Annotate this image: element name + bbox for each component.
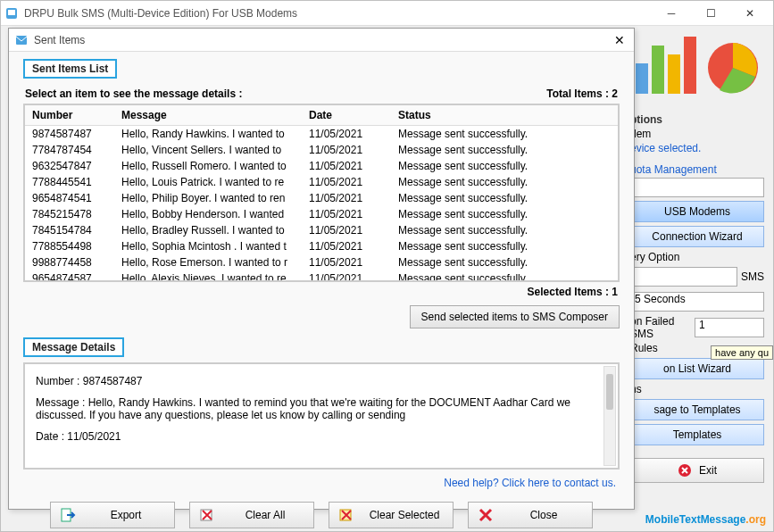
table-row[interactable]: 9632547847Hello, Russell Romero. I wante…: [25, 158, 618, 174]
watermark: MobileTextMessage.org: [645, 509, 766, 528]
cell-number: 7845215478: [25, 206, 114, 222]
cell-status: Message sent successfully.: [391, 254, 618, 270]
cell-message: Hello, Sophia Mcintosh . I wanted t: [114, 238, 302, 254]
usb-modems-button[interactable]: USB Modems: [630, 201, 764, 222]
quota-link[interactable]: uota Management: [630, 163, 764, 176]
cell-date: 11/05/2021: [302, 270, 391, 282]
svg-rect-8: [16, 36, 27, 45]
svg-rect-2: [636, 63, 648, 94]
cell-message: Hello, Louis Patrick. I wanted to re: [114, 174, 302, 190]
sms-suffix: SMS: [741, 270, 764, 283]
table-row[interactable]: 9874587487Hello, Randy Hawkins. I wanted…: [25, 126, 618, 143]
sent-items-dialog: Sent Items ✕ Sent Items List Select an i…: [8, 28, 635, 510]
close-icon: [478, 507, 494, 523]
details-textarea[interactable]: Number : 9874587487 Message : Hello, Ran…: [23, 362, 620, 470]
table-row[interactable]: 7788445541Hello, Louis Patrick. I wanted…: [25, 174, 618, 190]
total-items: Total Items : 2: [546, 87, 618, 100]
svg-rect-3: [652, 46, 664, 94]
cell-number: 7784787454: [25, 142, 114, 158]
cell-message: Hello, Alexis Nieves. I wanted to re: [114, 270, 302, 282]
cell-status: Message sent successfully.: [391, 222, 618, 238]
cell-date: 11/05/2021: [302, 174, 391, 190]
cell-status: Message sent successfully.: [391, 238, 618, 254]
cell-number: 9632547847: [25, 158, 114, 174]
maximize-button[interactable]: ☐: [691, 2, 730, 25]
table-row[interactable]: 7845154784Hello, Bradley Russell. I want…: [25, 222, 618, 238]
col-date[interactable]: Date: [302, 105, 391, 126]
dialog-titlebar: Sent Items ✕: [9, 29, 634, 52]
cell-message: Hello, Vincent Sellers. I wanted to: [114, 142, 302, 158]
cell-date: 11/05/2021: [302, 142, 391, 158]
quota-dropdown[interactable]: [630, 178, 764, 197]
app-icon: [4, 6, 19, 21]
seconds-dropdown[interactable]: 5 Seconds: [630, 292, 764, 312]
cell-date: 11/05/2021: [302, 206, 391, 222]
cell-number: 9654874587: [25, 270, 114, 282]
help-link[interactable]: Need help? Click here to contact us.: [27, 477, 616, 489]
table-row[interactable]: 9654874587Hello, Alexis Nieves. I wanted…: [25, 270, 618, 282]
right-panel: ptions dem evice selected. uota Manageme…: [630, 108, 764, 483]
exit-button[interactable]: Exit: [630, 458, 764, 483]
connection-wizard-button[interactable]: Connection Wizard: [630, 226, 764, 247]
watermark-main: MobileTextMessage: [645, 513, 745, 526]
dialog-title: Sent Items: [34, 34, 611, 46]
sms-count-dropdown[interactable]: [630, 267, 737, 287]
details-group-label: Message Details: [23, 337, 124, 357]
close-button[interactable]: Close: [468, 502, 593, 528]
failed-dropdown[interactable]: 1: [695, 318, 764, 337]
col-status[interactable]: Status: [391, 105, 618, 126]
list-wizard-button[interactable]: on List Wizard: [630, 358, 764, 379]
cell-date: 11/05/2021: [302, 158, 391, 174]
clear-all-label: Clear All: [226, 509, 304, 521]
modem-label: dem: [630, 128, 764, 140]
cell-number: 9874587487: [25, 126, 114, 143]
clear-selected-button[interactable]: Clear Selected: [329, 502, 454, 528]
cell-status: Message sent successfully.: [391, 142, 618, 158]
send-to-composer-button[interactable]: Send selected items to SMS Composer: [410, 305, 620, 328]
minimize-button[interactable]: ─: [652, 2, 691, 25]
exit-label: Exit: [699, 464, 717, 477]
detail-number-label: Number :: [36, 375, 79, 387]
svg-rect-4: [668, 54, 680, 94]
svg-rect-5: [684, 37, 696, 94]
export-button[interactable]: Export: [50, 502, 175, 528]
cell-number: 9988774458: [25, 254, 114, 270]
detail-date-value: 11/05/2021: [67, 430, 121, 443]
cell-message: Hello, Russell Romero. I wanted to: [114, 158, 302, 174]
table-row[interactable]: 9654874541Hello, Philip Boyer. I wanted …: [25, 190, 618, 206]
table-row[interactable]: 7788554498Hello, Sophia Mcintosh . I wan…: [25, 238, 618, 254]
cell-message: Hello, Bradley Russell. I wanted to: [114, 222, 302, 238]
clear-all-button[interactable]: Clear All: [189, 502, 314, 528]
export-icon: [60, 507, 76, 523]
col-message[interactable]: Message: [114, 105, 302, 126]
clear-selected-label: Clear Selected: [365, 509, 444, 521]
ns-label: ns: [630, 383, 764, 395]
cell-message: Hello, Rose Emerson. I wanted to r: [114, 254, 302, 270]
dialog-icon: [14, 33, 29, 47]
cell-number: 7788554498: [25, 238, 114, 254]
watermark-suffix: .org: [745, 513, 766, 526]
items-table[interactable]: Number Message Date Status 9874587487Hel…: [23, 104, 620, 282]
table-row[interactable]: 9988774458Hello, Rose Emerson. I wanted …: [25, 254, 618, 270]
dialog-close-button[interactable]: ✕: [611, 33, 628, 47]
delay-option-label: ery Option: [630, 251, 764, 263]
table-row[interactable]: 7845215478Hello, Bobby Henderson. I want…: [25, 206, 618, 222]
cell-date: 11/05/2021: [302, 190, 391, 206]
cell-status: Message sent successfully.: [391, 270, 618, 282]
cell-message: Hello, Philip Boyer. I wanted to ren: [114, 190, 302, 206]
close-main-button[interactable]: ✕: [730, 2, 770, 25]
table-row[interactable]: 7784787454Hello, Vincent Sellers. I want…: [25, 142, 618, 158]
cell-message: Hello, Bobby Henderson. I wanted: [114, 206, 302, 222]
select-prompt: Select an item to see the message detail…: [25, 87, 242, 100]
templates-button[interactable]: Templates: [630, 424, 764, 445]
col-number[interactable]: Number: [25, 105, 114, 126]
failed-label: on Failed SMS: [630, 315, 691, 340]
detail-message-label: Message :: [36, 396, 85, 409]
cell-date: 11/05/2021: [302, 126, 391, 143]
main-window-title: DRPU Bulk SMS (Multi-Device Edition) For…: [24, 7, 652, 20]
to-templates-button[interactable]: sage to Templates: [630, 399, 764, 420]
details-scrollbar[interactable]: [603, 366, 616, 466]
device-selected-link[interactable]: evice selected.: [630, 142, 764, 154]
cell-date: 11/05/2021: [302, 238, 391, 254]
cell-number: 7788445541: [25, 174, 114, 190]
